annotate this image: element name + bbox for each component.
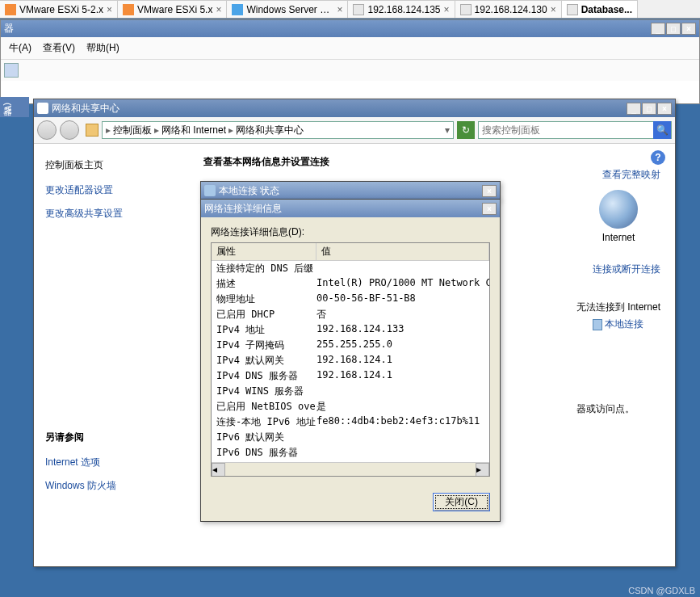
- tab-ip-2[interactable]: 192.168.124.130×: [455, 0, 562, 18]
- horizontal-scrollbar[interactable]: ◂ ▸: [212, 462, 489, 476]
- dialog-title: 网络连接详细信息: [204, 202, 282, 216]
- see-also-label: 另请参阅: [45, 431, 176, 444]
- window-title: 网络和共享中心: [52, 102, 119, 116]
- table-row: 连接特定的 DNS 后缀: [212, 261, 489, 276]
- page-icon: [567, 4, 578, 15]
- close-button[interactable]: ×: [482, 185, 497, 197]
- forward-button[interactable]: [60, 120, 79, 140]
- watermark: CSDN @GDXLB: [628, 586, 695, 595]
- list-label: 网络连接详细信息(D):: [211, 225, 490, 239]
- chevron-down-icon[interactable]: ▾: [445, 124, 450, 136]
- table-row: 已启用 NetBIOS ove...是: [212, 399, 489, 414]
- menu-item[interactable]: 帮助(H): [82, 40, 124, 57]
- network-titlebar[interactable]: 网络和共享中心 _ □ ×: [34, 99, 675, 117]
- see-also-internet-options[interactable]: Internet 选项: [45, 456, 176, 469]
- minimize-button[interactable]: _: [651, 23, 665, 35]
- vmware-icon: [123, 4, 134, 15]
- close-button[interactable]: ×: [657, 103, 672, 115]
- content-heading: 查看基本网络信息并设置连接: [203, 155, 659, 169]
- host-side-label: 器 (W: [0, 97, 29, 117]
- host-titlebar[interactable]: 器 _ □ ×: [1, 20, 699, 37]
- sidebar-link-adapter[interactable]: 更改适配器设置: [45, 183, 176, 197]
- table-row: 物理地址00-50-56-BF-51-B8: [212, 292, 489, 307]
- back-button[interactable]: [37, 120, 57, 140]
- refresh-button[interactable]: ↻: [457, 121, 475, 139]
- internet-label: Internet: [576, 232, 660, 243]
- details-titlebar[interactable]: 网络连接详细信息 ×: [201, 200, 500, 217]
- tab-ip-1[interactable]: 192.168.124.135×: [348, 0, 455, 18]
- table-row: IPv4 子网掩码255.255.255.0: [212, 338, 489, 353]
- search-input[interactable]: [479, 124, 653, 136]
- status-titlebar[interactable]: 本地连接 状态 ×: [201, 182, 500, 200]
- close-button[interactable]: ×: [482, 203, 497, 215]
- column-header-value[interactable]: 值: [316, 243, 489, 260]
- vmware-icon: [5, 4, 16, 15]
- page-icon: [460, 4, 472, 15]
- scroll-right-icon[interactable]: ▸: [476, 463, 489, 477]
- sidebar-link-sharing[interactable]: 更改高级共享设置: [45, 207, 176, 221]
- sidebar-home[interactable]: 控制面板主页: [45, 158, 176, 172]
- breadcrumb-item[interactable]: 控制面板: [113, 124, 152, 137]
- close-icon[interactable]: ×: [337, 4, 342, 15]
- table-row: 描述Intel(R) PRO/1000 MT Network Conn: [212, 276, 489, 292]
- local-conn-status-dialog: 本地连接 状态 ×: [200, 181, 501, 200]
- sidebar: 控制面板主页 更改适配器设置 更改高级共享设置 另请参阅 Internet 选项…: [34, 144, 187, 566]
- host-window: 器 _ □ × 牛(A) 查看(V) 帮助(H): [0, 19, 700, 104]
- search-button[interactable]: 🔍: [653, 121, 671, 139]
- breadcrumb-item[interactable]: 网络和共享中心: [236, 124, 304, 137]
- tab-vmware-1[interactable]: VMware ESXi 5-2.x×: [0, 0, 118, 18]
- page-icon: [353, 4, 364, 15]
- menu-item[interactable]: 查看(V): [38, 40, 80, 57]
- map-link[interactable]: 查看完整映射: [576, 168, 660, 182]
- maximize-button[interactable]: □: [666, 23, 681, 35]
- close-dialog-button[interactable]: 关闭(C): [433, 493, 490, 511]
- search-box: 🔍: [478, 121, 672, 139]
- windows-icon: [232, 4, 243, 15]
- tab-windows[interactable]: Windows Server 2008×: [227, 0, 348, 18]
- list-rows: 连接特定的 DNS 后缀 描述Intel(R) PRO/1000 MT Netw…: [212, 261, 489, 462]
- dialog-title: 本地连接 状态: [219, 184, 279, 198]
- control-panel-icon: [86, 124, 99, 137]
- folder-icon: [37, 103, 48, 114]
- host-toolbar: [1, 60, 699, 81]
- breadcrumb-item[interactable]: 网络和 Internet: [161, 124, 226, 137]
- tab-vmware-2[interactable]: VMware ESXi 5.x×: [118, 0, 227, 18]
- network-details-dialog: 网络连接详细信息 × 网络连接详细信息(D): 属性 值 连接特定的 DNS 后…: [200, 199, 501, 522]
- table-row: IPv6 DNS 服务器: [212, 445, 489, 460]
- tab-database[interactable]: Database...: [562, 0, 638, 18]
- table-row: IPv4 WINS 服务器: [212, 384, 489, 399]
- breadcrumb[interactable]: ▸ 控制面板 ▸ 网络和 Internet ▸ 网络和共享中心 ▾: [102, 121, 454, 139]
- access-point-text: 器或访问点。: [576, 402, 660, 416]
- close-icon[interactable]: ×: [444, 4, 450, 15]
- browser-tabs: VMware ESXi 5-2.x× VMware ESXi 5.x× Wind…: [0, 0, 700, 19]
- table-row: 连接-本地 IPv6 地址fe80::4db4:beb2:4ef3:c17b%1…: [212, 414, 489, 430]
- close-icon[interactable]: ×: [216, 4, 221, 15]
- table-row: IPv4 默认网关192.168.124.1: [212, 353, 489, 368]
- menu-item[interactable]: 牛(A): [4, 40, 36, 57]
- help-icon[interactable]: ?: [651, 150, 665, 165]
- connect-link[interactable]: 连接或断开连接: [576, 263, 660, 276]
- network-adapter-icon: [593, 319, 602, 330]
- address-bar-row: ▸ 控制面板 ▸ 网络和 Internet ▸ 网络和共享中心 ▾ ↻ 🔍: [34, 117, 675, 144]
- scroll-left-icon[interactable]: ◂: [212, 463, 225, 477]
- maximize-button[interactable]: □: [642, 103, 656, 115]
- local-connection-link[interactable]: 本地连接: [605, 318, 643, 330]
- network-icon: [204, 185, 216, 196]
- close-icon[interactable]: ×: [107, 4, 112, 15]
- toolbar-icon[interactable]: [4, 63, 19, 78]
- table-row: IPv6 默认网关: [212, 430, 489, 445]
- close-button[interactable]: ×: [681, 23, 696, 35]
- host-menubar: 牛(A) 查看(V) 帮助(H): [1, 37, 699, 60]
- minimize-button[interactable]: _: [627, 103, 641, 115]
- table-row: IPv4 DNS 服务器192.168.124.1: [212, 368, 489, 384]
- no-internet-text: 无法连接到 Internet: [576, 301, 660, 314]
- see-also-firewall[interactable]: Windows 防火墙: [45, 479, 176, 493]
- table-row: IPv4 地址192.168.124.133: [212, 322, 489, 338]
- column-header-property[interactable]: 属性: [212, 243, 316, 260]
- close-icon[interactable]: ×: [551, 4, 556, 15]
- details-list: 属性 值 连接特定的 DNS 后缀 描述Intel(R) PRO/1000 MT…: [211, 242, 490, 477]
- globe-icon: [599, 190, 638, 229]
- host-title: 器: [4, 22, 14, 36]
- table-row: 已启用 DHCP否: [212, 307, 489, 322]
